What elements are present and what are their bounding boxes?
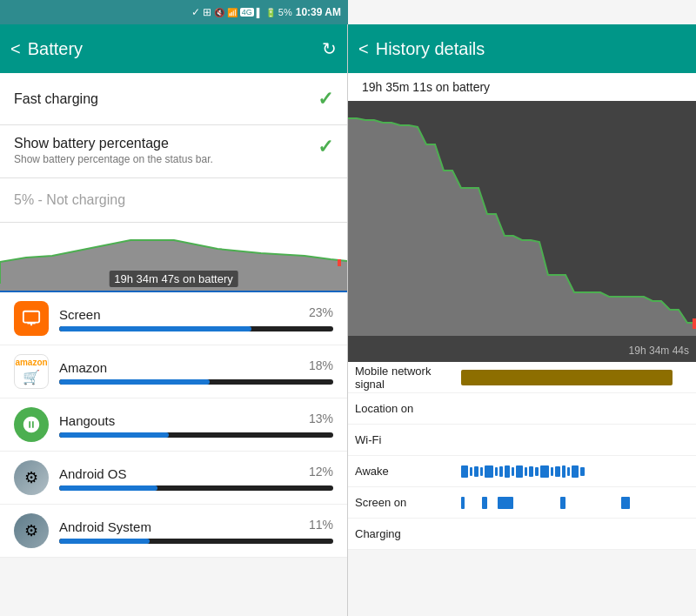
app-info-amazon: Amazon 18% (59, 358, 333, 385)
app-item-hangouts[interactable]: Hangouts 13% (0, 398, 347, 452)
app-name-amazon: Amazon (59, 360, 107, 375)
wifi-icon: 📶 (227, 8, 238, 17)
app-item-android-sys[interactable]: ⚙ Android System 11% (0, 505, 347, 558)
show-battery-subtitle: Show battery percentage on the status ba… (14, 153, 318, 165)
back-button-right[interactable]: < (358, 39, 369, 59)
app-name-android-os: Android OS (59, 466, 127, 481)
graph-time-label-left: 19h 34m 47s on battery (109, 271, 238, 287)
history-graph: 19h 34m 44s (348, 101, 696, 362)
left-panel: ✓ ⊞ 🔇 📶 4G ▌ 🔋 5% 10:39 AM < Battery ↻ F… (0, 0, 348, 616)
awake-dots (461, 465, 585, 478)
app-item-amazon[interactable]: amazon 🛒 Amazon 18% (0, 345, 347, 398)
progress-fill-android-sys (59, 539, 150, 544)
battery-icon: 🔋 (265, 8, 276, 17)
svg-rect-1 (338, 259, 341, 266)
app-percent-amazon: 18% (309, 358, 333, 372)
fast-charging-item[interactable]: Fast charging ✓ (0, 73, 347, 125)
show-battery-check[interactable]: ✓ (318, 136, 333, 158)
signal-label-wifi: Wi-Fi (348, 433, 461, 446)
duration-text: 19h 35m 11s on battery (362, 80, 490, 94)
signal-bar-charging (461, 519, 696, 549)
progress-fill-amazon (59, 379, 210, 385)
android-os-icon: ⚙ (14, 460, 49, 495)
progress-bg-android-os (59, 485, 333, 491)
app-name-screen: Screen (59, 307, 101, 322)
header-right: < History details (348, 24, 696, 73)
signal-label-awake: Awake (348, 465, 461, 478)
app-percent-android-os: 12% (309, 465, 333, 479)
signal-bar-awake (461, 456, 696, 486)
signal-row-charging: Charging (348, 519, 696, 550)
progress-fill-screen (59, 326, 251, 331)
app-name-hangouts: Hangouts (59, 413, 115, 428)
refresh-button[interactable]: ↻ (322, 38, 337, 59)
app-info-hangouts: Hangouts 13% (59, 412, 333, 438)
signal-label-charging: Charging (348, 527, 461, 540)
hangouts-icon (14, 407, 49, 442)
signal-icon: 🔇 (214, 8, 224, 17)
signal-label-mobile: Mobile network signal (348, 365, 461, 391)
app-info-android-sys: Android System 11% (59, 518, 333, 544)
svg-rect-2 (23, 311, 39, 323)
progress-bg-android-sys (59, 539, 333, 544)
amazon-icon: amazon 🛒 (14, 354, 49, 389)
app-item-android-os[interactable]: ⚙ Android OS 12% (0, 452, 347, 505)
settings-list: Fast charging ✓ Show battery percentage … (0, 73, 347, 178)
app-name-android-sys: Android System (59, 519, 151, 534)
signal-row-location: Location on (348, 393, 696, 425)
signal-bar-location (461, 393, 696, 424)
right-panel: ✓ ⊞ 🔇 📶 4G ▌ 🔋 5% 10:39 AM < History det… (348, 0, 696, 616)
battery-graph-left: 19h 34m 47s on battery (0, 223, 347, 292)
app-percent-android-sys: 11% (309, 518, 333, 532)
progress-bg-amazon (59, 379, 333, 385)
status-bar-left: ✓ ⊞ 🔇 📶 4G ▌ 🔋 5% 10:39 AM (0, 0, 348, 24)
signal-bar-wifi (461, 425, 696, 455)
signal-label-screen-on: Screen on (348, 496, 461, 509)
shield-icon: ✓ (191, 6, 200, 18)
progress-fill-hangouts (59, 432, 169, 438)
battery-status: 5% - Not charging (0, 178, 347, 223)
show-battery-text: Show battery percentage Show battery per… (14, 136, 318, 165)
signal-label-location: Location on (348, 402, 461, 415)
app-info-screen: Screen 23% (59, 305, 333, 331)
signal-bar-mobile (461, 362, 696, 392)
page-title-left: Battery (28, 39, 322, 59)
svg-rect-7 (693, 318, 696, 329)
status-time-left: 10:39 AM (296, 6, 341, 18)
progress-bg-hangouts (59, 432, 333, 438)
android-sys-icon: ⚙ (14, 513, 49, 548)
header-left: < Battery ↻ (0, 24, 347, 73)
amazon-cart-icon: 🛒 (23, 369, 40, 385)
progress-fill-android-os (59, 485, 157, 491)
graph-time-label-right: 19h 34m 44s (629, 345, 689, 357)
screen-on-dots (461, 497, 630, 509)
signal-row-mobile: Mobile network signal (348, 362, 696, 393)
battery-percent-left: 5% (278, 7, 292, 17)
history-duration: 19h 35m 11s on battery (348, 73, 696, 101)
signal-row-wifi: Wi-Fi (348, 425, 696, 456)
app-list: Screen 23% amazon 🛒 Amazon 18% (0, 292, 347, 558)
app-item-screen[interactable]: Screen 23% (0, 292, 347, 345)
fast-charging-check[interactable]: ✓ (318, 88, 333, 110)
app-percent-hangouts: 13% (309, 412, 333, 425)
signal-bar-screen-on (461, 487, 696, 518)
app-percent-screen: 23% (309, 305, 333, 319)
battery-status-text: 5% - Not charging (14, 192, 125, 207)
app-info-android-os: Android OS 12% (59, 465, 333, 491)
back-button-left[interactable]: < (10, 39, 21, 59)
show-battery-title: Show battery percentage (14, 136, 318, 151)
screen-icon (14, 301, 49, 336)
show-battery-item[interactable]: Show battery percentage Show battery per… (0, 125, 347, 178)
signal-list: Mobile network signal Location on Wi-Fi … (348, 362, 696, 550)
fast-charging-text: Fast charging (14, 91, 318, 107)
signal-row-screen-on: Screen on (348, 487, 696, 519)
status-icons-left: ✓ ⊞ 🔇 📶 4G ▌ 🔋 5% (191, 6, 292, 18)
lte-icon: 4G (240, 8, 254, 17)
fast-charging-title: Fast charging (14, 91, 318, 107)
mobile-bar (461, 370, 673, 385)
page-title-right: History details (376, 39, 686, 59)
amazon-text: amazon (15, 358, 47, 367)
progress-bg-screen (59, 326, 333, 331)
signal-row-awake: Awake (348, 456, 696, 487)
signal-bars-icon: ▌ (257, 8, 263, 17)
